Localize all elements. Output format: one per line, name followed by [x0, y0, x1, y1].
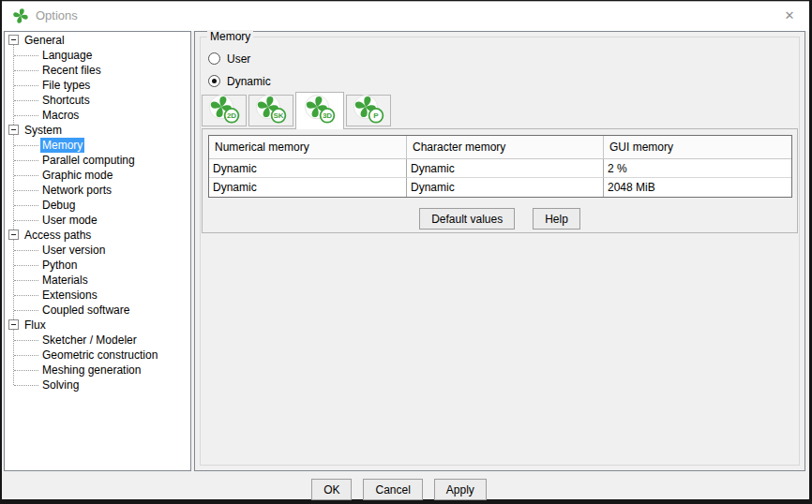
tree-item-label: Graphic mode: [42, 168, 113, 183]
table-row: DynamicDynamic2048 MiB: [209, 178, 791, 197]
options-tree-panel: GeneralLanguageRecent filesFile typesSho…: [4, 31, 191, 471]
collapse-toggle-icon[interactable]: [8, 319, 19, 330]
tree-item-graphic-mode[interactable]: Graphic mode: [5, 168, 190, 183]
tab-strip: 2DSK3DP: [202, 92, 393, 129]
tab-3d[interactable]: 3D: [295, 92, 344, 129]
table-body: DynamicDynamic2 %DynamicDynamic2048 MiB: [209, 159, 791, 197]
table-cell[interactable]: Dynamic: [209, 178, 407, 197]
tree-item-user-mode[interactable]: User mode: [5, 213, 190, 228]
titlebar: Options ✕: [2, 2, 809, 31]
apply-button[interactable]: Apply: [434, 479, 487, 500]
ok-button[interactable]: OK: [311, 479, 352, 500]
table-cell[interactable]: Dynamic: [407, 178, 604, 197]
tree-item-label: Solving: [42, 378, 79, 393]
tree-item-label: System: [24, 124, 62, 137]
tree-item-label: Flux: [24, 319, 46, 332]
help-button[interactable]: Help: [533, 208, 580, 230]
table-row: DynamicDynamic2 %: [209, 159, 791, 178]
tree-item-memory[interactable]: Memory: [5, 138, 190, 153]
close-icon: ✕: [785, 8, 795, 22]
tree-item-network-ports[interactable]: Network ports: [5, 183, 190, 198]
footer-button-bar: OKCancelApply: [2, 471, 809, 500]
tree-item-user-version[interactable]: User version: [5, 243, 190, 258]
tree-item-label: Recent files: [42, 63, 101, 78]
tree-item-label: User mode: [42, 213, 98, 228]
tree-item-label: Network ports: [42, 183, 112, 198]
svg-text:3D: 3D: [323, 111, 332, 120]
tree-item-geometric-construction[interactable]: Geometric construction: [5, 348, 190, 363]
tree-item-python[interactable]: Python: [5, 258, 190, 273]
action-button-row: Default valuesHelp: [203, 208, 797, 230]
flux-sk-icon: SK: [253, 95, 289, 127]
tab-panel: Numerical memoryCharacter memoryGUI memo…: [202, 128, 798, 233]
radio-icon: [208, 75, 220, 87]
default-values-button[interactable]: Default values: [419, 208, 515, 230]
tree-item-label: Sketcher / Modeler: [42, 333, 137, 348]
flux-app-icon: [12, 7, 29, 24]
tree-item-sketcher-modeler[interactable]: Sketcher / Modeler: [5, 333, 190, 348]
column-header: GUI memory: [604, 136, 791, 159]
radio-icon: [208, 52, 220, 65]
tree-guide-line: [13, 40, 14, 385]
memory-table: Numerical memoryCharacter memoryGUI memo…: [208, 135, 792, 198]
options-dialog: Options ✕ GeneralLanguageRecent filesFil…: [0, 0, 812, 504]
tab-p[interactable]: P: [346, 95, 391, 126]
flux-p-icon: P: [351, 95, 386, 127]
memory-groupbox: Memory UserDynamic 2DSK3DP Numerical mem…: [200, 37, 800, 466]
table-cell[interactable]: 2 %: [604, 159, 791, 178]
tree-item-label: General: [24, 34, 65, 47]
tree-item-label: Shortcuts: [42, 93, 90, 108]
tab-sk[interactable]: SK: [248, 95, 293, 126]
tree: GeneralLanguageRecent filesFile typesSho…: [5, 32, 190, 470]
tree-item-label: Language: [42, 48, 92, 63]
radio-user[interactable]: User: [208, 52, 250, 66]
tree-item-file-types[interactable]: File types: [5, 78, 190, 93]
tree-item-label: Access paths: [24, 229, 91, 242]
window: Options ✕ GeneralLanguageRecent filesFil…: [2, 1, 809, 499]
window-title: Options: [36, 2, 78, 30]
tree-item-label: Geometric construction: [42, 348, 158, 363]
column-header: Character memory: [407, 136, 604, 159]
tree-item-shortcuts[interactable]: Shortcuts: [5, 93, 190, 108]
collapse-toggle-icon[interactable]: [8, 35, 19, 45]
tree-item-label: Memory: [40, 138, 84, 153]
tree-item-solving[interactable]: Solving: [5, 378, 190, 393]
svg-text:P: P: [373, 111, 379, 120]
tree-item-label: Meshing generation: [42, 363, 141, 378]
tree-item-label: Debug: [42, 198, 75, 213]
tree-item-label: Coupled software: [42, 303, 129, 318]
table-cell[interactable]: Dynamic: [407, 159, 604, 178]
svg-text:2D: 2D: [227, 111, 236, 120]
tree-item-label: Python: [42, 258, 77, 273]
tree-item-label: File types: [42, 78, 90, 93]
radio-label: User: [227, 52, 250, 66]
collapse-toggle-icon[interactable]: [8, 125, 19, 135]
flux-2d-icon: 2D: [206, 95, 242, 127]
tree-item-extensions[interactable]: Extensions: [5, 288, 190, 303]
tree-item-flux[interactable]: Flux: [5, 318, 190, 333]
tree-item-parallel-computing[interactable]: Parallel computing: [5, 153, 190, 168]
table-header-row: Numerical memoryCharacter memoryGUI memo…: [209, 136, 791, 159]
collapse-toggle-icon[interactable]: [8, 230, 19, 240]
radio-dynamic[interactable]: Dynamic: [208, 74, 271, 88]
tree-item-access-paths[interactable]: Access paths: [5, 228, 190, 243]
tree-item-label: User version: [42, 243, 105, 258]
table-cell[interactable]: 2048 MiB: [604, 178, 791, 197]
tab-2d[interactable]: 2D: [202, 95, 247, 126]
close-button[interactable]: ✕: [777, 5, 802, 27]
tree-item-language[interactable]: Language: [5, 48, 190, 63]
tree-item-debug[interactable]: Debug: [5, 198, 190, 213]
tree-item-label: Macros: [42, 108, 79, 123]
tree-item-coupled-software[interactable]: Coupled software: [5, 303, 190, 318]
tree-item-meshing-generation[interactable]: Meshing generation: [5, 363, 190, 378]
cancel-button[interactable]: Cancel: [363, 479, 422, 500]
tree-item-label: Parallel computing: [42, 153, 135, 168]
tree-item-general[interactable]: General: [5, 33, 190, 48]
tree-item-recent-files[interactable]: Recent files: [5, 63, 190, 78]
tree-item-macros[interactable]: Macros: [5, 108, 190, 123]
tree-item-system[interactable]: System: [5, 123, 190, 138]
tree-item-label: Materials: [42, 273, 88, 288]
settings-panel: Memory UserDynamic 2DSK3DP Numerical mem…: [194, 31, 805, 471]
table-cell[interactable]: Dynamic: [209, 159, 407, 178]
tree-item-materials[interactable]: Materials: [5, 273, 190, 288]
